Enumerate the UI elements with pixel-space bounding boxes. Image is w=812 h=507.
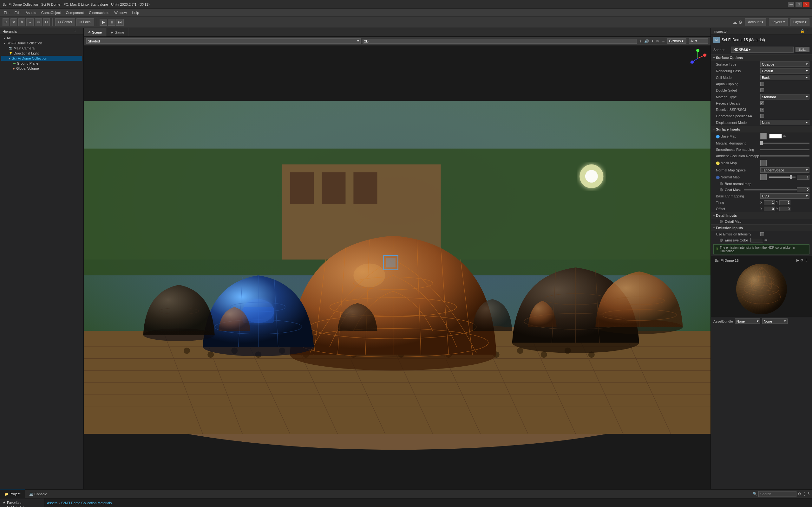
hierarchy-more[interactable]: ⋮: [78, 29, 81, 33]
emissive-color-radio[interactable]: [720, 239, 723, 242]
detail-map-radio[interactable]: [720, 220, 723, 223]
base-map-edit-icon[interactable]: ✏: [783, 134, 786, 138]
tree-main-camera[interactable]: 📷 Main Camera: [1, 46, 82, 51]
vp-hidden-icon[interactable]: 👁: [656, 39, 660, 43]
smoothness-slider-bar[interactable]: [760, 149, 809, 150]
cull-mode-dropdown[interactable]: Back ▾: [760, 75, 809, 80]
displacement-mode-dropdown[interactable]: None ▾: [760, 120, 809, 125]
coat-mask-value[interactable]: 0: [797, 187, 809, 192]
emission-inputs-section[interactable]: ▾ Emission Inputs: [711, 224, 812, 231]
preview-more-icon[interactable]: ⋮: [805, 258, 808, 262]
account-dropdown[interactable]: Account ▾: [745, 18, 766, 26]
tab-scene[interactable]: ⊙ Scene: [84, 28, 107, 37]
normal-slider-bar[interactable]: [769, 176, 796, 178]
layers-dropdown[interactable]: Layers ▾: [769, 18, 788, 26]
tab-game[interactable]: ▶ Game: [107, 28, 129, 37]
use-emission-checkbox[interactable]: [760, 232, 764, 236]
layout-dropdown[interactable]: Layout ▾: [791, 18, 809, 26]
maximize-button[interactable]: □: [796, 2, 802, 7]
surface-type-dropdown[interactable]: Opaque ▾: [760, 61, 809, 67]
bottom-more-icon[interactable]: ⋮: [803, 492, 806, 496]
coat-mask-radio[interactable]: [720, 188, 723, 191]
tab-console[interactable]: 💻 Console: [25, 490, 51, 498]
tree-global-volume[interactable]: ◈ Global Volume: [1, 66, 82, 71]
menu-component[interactable]: Component: [63, 10, 86, 15]
tiling-x-input[interactable]: [764, 200, 775, 205]
alpha-clipping-checkbox[interactable]: [760, 82, 764, 86]
pause-button[interactable]: ⏸: [108, 19, 115, 26]
metallic-slider-bar[interactable]: [760, 143, 809, 144]
menu-window[interactable]: Window: [112, 10, 130, 15]
tree-ground-plane[interactable]: ▬ Ground Plane: [1, 61, 82, 66]
base-map-texture[interactable]: [760, 133, 767, 139]
bent-normal-radio[interactable]: [720, 182, 723, 185]
toolbar-transform[interactable]: ⊡: [43, 18, 50, 26]
favorites-root[interactable]: ★ Favorites: [1, 500, 43, 505]
vp-light-icon[interactable]: ☀: [639, 39, 642, 43]
vp-audio-icon[interactable]: 🔊: [644, 39, 649, 43]
toolbar-hand[interactable]: ⊕: [3, 18, 9, 26]
detail-inputs-section[interactable]: ▾ Detail Inputs: [711, 212, 812, 219]
assetbundle-dropdown2[interactable]: None ▾: [762, 319, 788, 324]
material-type-dropdown[interactable]: Standard ▾: [760, 94, 809, 100]
ao-slider-bar[interactable]: [760, 155, 809, 157]
offset-x-input[interactable]: [764, 207, 775, 211]
pivot-center[interactable]: ⊙ Center: [55, 18, 75, 26]
2d-toggle[interactable]: 2D: [362, 39, 637, 44]
breadcrumb-assets[interactable]: Assets: [47, 501, 57, 505]
normal-map-space-dropdown[interactable]: TangentSpace ▾: [760, 167, 809, 173]
lock-icon[interactable]: 🔒: [800, 29, 805, 33]
vp-fx-icon[interactable]: ✦: [651, 39, 654, 43]
toolbar-rect[interactable]: ▭: [35, 18, 42, 26]
breadcrumb-folder[interactable]: Sci-Fi Dome Collection Materials: [61, 501, 112, 505]
tree-directional-light[interactable]: 💡 Directional Light: [1, 51, 82, 56]
geometric-specular-checkbox[interactable]: [760, 114, 764, 118]
tree-dome-collection[interactable]: Sci-Fi Dome Collection: [1, 56, 82, 61]
receive-decals-checkbox[interactable]: [760, 101, 764, 105]
close-button[interactable]: ✕: [803, 2, 809, 7]
base-uv-dropdown[interactable]: UV0 ▾: [760, 193, 809, 199]
menu-gameobject[interactable]: GameObject: [39, 10, 63, 15]
normal-value-display[interactable]: 1: [797, 175, 809, 180]
coat-mask-slider-bar[interactable]: [744, 189, 797, 190]
rotation-local[interactable]: ⊕ Local: [77, 18, 94, 26]
normal-map-texture[interactable]: [760, 174, 767, 180]
gizmos-dropdown[interactable]: Gizmos ▾: [667, 38, 687, 44]
menu-help[interactable]: Help: [130, 10, 142, 15]
emissive-color-swatch[interactable]: [751, 238, 763, 242]
vp-more-icon[interactable]: ⋯: [662, 39, 665, 43]
surface-inputs-section[interactable]: ▾ Surface Inputs: [711, 126, 812, 132]
metallic-slider-thumb[interactable]: [760, 141, 763, 145]
mask-map-texture[interactable]: [760, 160, 767, 166]
toolbar-move[interactable]: ✥: [10, 18, 17, 26]
bottom-settings-icon[interactable]: ⚙: [798, 492, 801, 496]
base-map-color[interactable]: [769, 134, 782, 138]
receive-ssr-checkbox[interactable]: [760, 108, 764, 112]
viewport-canvas[interactable]: X Y Z: [84, 46, 711, 489]
menu-assets[interactable]: Assets: [23, 10, 39, 15]
more-icon[interactable]: ⋮: [806, 29, 809, 33]
tree-all[interactable]: All: [1, 36, 82, 41]
double-sided-checkbox[interactable]: [760, 89, 764, 92]
menu-cinemachine[interactable]: Cinemachine: [86, 10, 112, 15]
surface-options-section[interactable]: ▾ Surface Options: [711, 54, 812, 61]
search-input[interactable]: [758, 491, 797, 497]
shader-value-field[interactable]: HDRP/Lit ▾: [731, 47, 794, 53]
offset-y-input[interactable]: [779, 207, 791, 211]
all-dropdown[interactable]: All ▾: [689, 38, 708, 44]
all-materials-item[interactable]: All Materials: [1, 505, 43, 507]
tab-project[interactable]: 📁 Project: [0, 490, 25, 498]
edit-shader-button[interactable]: Edit...: [796, 47, 809, 52]
toolbar-rotate[interactable]: ↻: [18, 18, 25, 26]
tree-scene-root[interactable]: Sci-Fi Dome Collection: [1, 41, 82, 46]
rendering-pass-dropdown[interactable]: Default ▾: [760, 68, 809, 73]
menu-file[interactable]: File: [1, 10, 12, 15]
hierarchy-add[interactable]: +: [74, 29, 76, 33]
toolbar-scale[interactable]: ↔: [26, 18, 34, 26]
assetbundle-dropdown1[interactable]: None ▾: [735, 319, 760, 324]
play-button[interactable]: ▶: [100, 19, 107, 26]
normal-slider-thumb[interactable]: [790, 175, 792, 179]
menu-edit[interactable]: Edit: [12, 10, 23, 15]
minimize-button[interactable]: —: [788, 2, 794, 7]
step-button[interactable]: ⏭: [116, 19, 124, 26]
